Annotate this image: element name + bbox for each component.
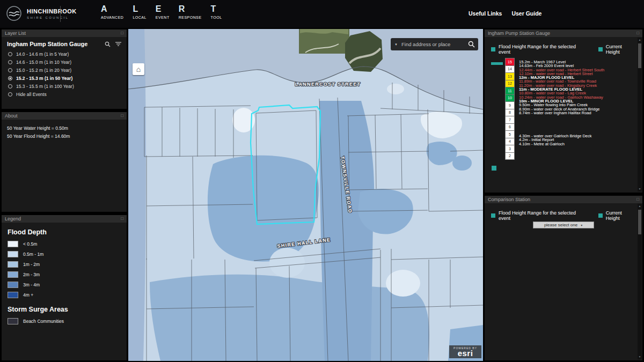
comparison-legend-current: Current Height [606, 210, 637, 221]
layer-option[interactable]: 14.0 - 14.6 m (1 in 5 Year) [2, 50, 127, 58]
layer-option-label: 15.0 - 15.2 m (1 in 20 Year) [16, 68, 71, 73]
legend-item: 1m - 2m [8, 261, 121, 268]
gauge-cell: 9 [505, 101, 515, 109]
legend-swatch [8, 292, 18, 298]
panel-collapse-icon[interactable]: □ [121, 217, 123, 221]
legend-item: 4m + [8, 292, 121, 298]
gauge-cell: 13 [505, 72, 515, 80]
legend-swatch [8, 241, 18, 247]
about-title: About [5, 113, 18, 119]
radio-button[interactable] [8, 68, 12, 72]
alert-word: ADVANCED [101, 16, 123, 19]
gauge-annotation: 4.10m - Metre at Gairloch [519, 142, 635, 146]
legend-item: < 0.5m [8, 241, 121, 247]
layer-option[interactable]: Hide all Events [2, 90, 127, 98]
scroll-up-icon[interactable]: ▲ [638, 204, 642, 209]
esri-logo: esri [453, 350, 477, 357]
search-input[interactable] [401, 41, 464, 47]
scrollbar[interactable]: ▲ ▼ [638, 204, 642, 359]
alert-item-tool[interactable]: TTOOL [211, 5, 222, 19]
council-name: HINCHINBROOK [27, 8, 77, 14]
scroll-thumb[interactable] [638, 43, 641, 68]
legend-item: 0.5m - 1m [8, 251, 121, 257]
about-line: 50 Year Flood Height = 14.60m [7, 132, 121, 141]
gauge-cell: 7 [505, 116, 515, 124]
alert-item-advanced[interactable]: AADVANCED [101, 5, 123, 19]
legend-label: Beach Communities [23, 319, 64, 324]
storm-surge-heading: Storm Surge Areas [8, 306, 121, 313]
alert-word: TOOL [211, 16, 222, 19]
street-label: LANNERCOST STREET [295, 82, 361, 87]
flood-strip [128, 29, 146, 361]
legend-label: 0.5m - 1m [23, 252, 43, 257]
comparison-panel-title: Comparison Station [488, 197, 530, 202]
alert-logo: AADVANCEDLLOCALEEVENTRRESPONSETTOOL [101, 5, 222, 19]
council-crest-icon [5, 5, 23, 22]
scroll-down-icon[interactable]: ▼ [638, 354, 642, 359]
gauge-cell: 14 [505, 65, 515, 73]
about-panel: About □ 50 Year Water Height = 0.50m50 Y… [1, 112, 127, 212]
search-icon[interactable] [105, 41, 111, 47]
legend-label: 3m - 4m [23, 282, 40, 287]
storm-surge-items: Beach Communities [8, 318, 121, 324]
home-button[interactable]: ⌂ [133, 63, 144, 75]
alert-item-event[interactable]: EEVENT [156, 5, 170, 19]
shallow-polygon [269, 248, 305, 278]
radio-button[interactable] [8, 84, 12, 88]
station-select[interactable]: please select one ▼ [533, 221, 594, 228]
gauge-cell: 12 [505, 80, 515, 88]
gauge-annotation: 8.74m - water over Ingham Halifax Road [519, 111, 635, 115]
comparison-legend-range: Flood Height Range for the selected even… [499, 210, 589, 221]
layer-option-label: 14.6 - 15.0 m (1 in 10 Year) [16, 60, 71, 65]
legend-header: Legend □ [2, 215, 127, 223]
alert-item-local[interactable]: LLOCAL [133, 5, 146, 19]
layer-group-title: Ingham Pump Station Gauge [7, 41, 87, 47]
comparison-legend-row: Flood Height Range for the selected even… [485, 203, 642, 221]
header-link[interactable]: Useful Links [469, 10, 502, 17]
layer-list-panel: Layer List □ Ingham Pump Station Gauge 1… [1, 29, 127, 109]
legend-label: 1m - 2m [23, 262, 40, 267]
panel-collapse-icon[interactable]: □ [121, 114, 123, 118]
radio-button[interactable] [8, 52, 12, 56]
gauge-cell: 3 [505, 145, 515, 153]
scroll-down-icon[interactable]: ▼ [638, 187, 642, 191]
gauge-cells: 15141312111098765432 [505, 58, 515, 160]
filter-icon[interactable] [115, 41, 121, 47]
flood-polygon [452, 156, 472, 171]
layer-option[interactable]: 14.6 - 15.0 m (1 in 10 Year) [2, 58, 127, 66]
scrollbar[interactable]: ▲ ▼ [638, 38, 642, 191]
gauge-current-marker [492, 166, 496, 171]
legend-body: Flood Depth < 0.5m0.5m - 1m1m - 2m2m - 3… [2, 223, 127, 331]
layer-options: 14.0 - 14.6 m (1 in 5 Year)14.6 - 15.0 m… [2, 50, 127, 98]
radio-button[interactable] [8, 60, 12, 64]
layer-option-label: 15.3 - 15.5 m (1 in 100 Year) [16, 84, 74, 89]
legend-item: 2m - 3m [8, 271, 121, 278]
gauge-legend-row: Flood Height Range for the selected even… [485, 37, 642, 55]
panel-collapse-icon[interactable]: □ [636, 31, 639, 35]
panel-collapse-icon[interactable]: □ [121, 31, 123, 35]
header: HINCHINBROOK SHIRE COUNCIL AADVANCEDLLOC… [0, 0, 644, 28]
layer-option-label: Hide all Events [16, 92, 47, 97]
layer-option[interactable]: 15.3 - 15.5 m (1 in 100 Year) [2, 82, 127, 90]
header-link[interactable]: User Guide [511, 10, 541, 17]
panel-collapse-icon[interactable]: □ [636, 197, 639, 202]
legend-item: 3m - 4m [8, 282, 121, 288]
layer-list-title: Layer List [5, 31, 26, 36]
gauge-panel: Ingham Pump Station Gauge □ Flood Height… [484, 29, 643, 193]
scroll-up-icon[interactable]: ▲ [638, 38, 642, 42]
map-canvas[interactable]: LANNERCOST STREET TOWNSVILLE ROAD SHIRE … [128, 29, 483, 361]
gauge-cell: 8 [505, 109, 515, 117]
radio-button[interactable] [8, 92, 12, 97]
layer-option[interactable]: 15.0 - 15.2 m (1 in 20 Year) [2, 66, 127, 74]
search-dropdown-icon[interactable]: ▼ [391, 43, 401, 46]
scroll-thumb[interactable] [638, 210, 641, 234]
radio-button[interactable] [8, 76, 12, 80]
search-button[interactable] [464, 41, 478, 48]
council-logo[interactable]: HINCHINBROOK SHIRE COUNCIL [5, 5, 77, 22]
shallow-polygon [387, 84, 404, 94]
gauge-panel-header: Ingham Pump Station Gauge □ [485, 29, 642, 37]
layer-option-label: 14.0 - 14.6 m (1 in 5 Year) [16, 51, 69, 57]
search-icon [468, 41, 475, 48]
alert-item-response[interactable]: RRESPONSE [179, 5, 202, 19]
layer-option[interactable]: 15.2 - 15.3 m (1 in 50 Year) [2, 74, 127, 82]
